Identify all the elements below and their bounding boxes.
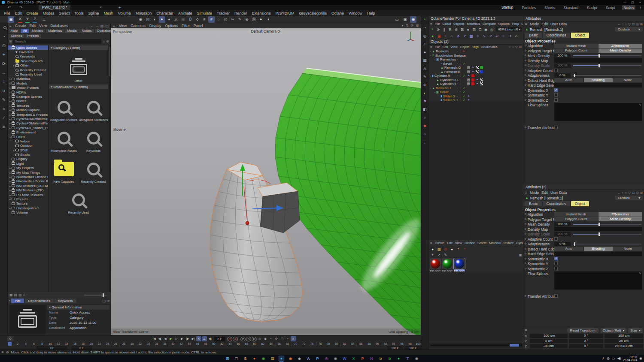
filter-tab-presets[interactable]: Presets — [25, 34, 41, 38]
dots-icon[interactable]: ⋮ — [421, 138, 428, 146]
explorer-icon[interactable]: ▤ — [270, 356, 276, 362]
attr-header-icon[interactable]: ⊞ — [640, 22, 643, 26]
object-item-boole[interactable]: ▪◧Boole▪:✓ — [428, 90, 523, 94]
tree-item-studio[interactable]: Studio — [8, 152, 48, 157]
axis-lock-z[interactable]: Z — [32, 16, 38, 23]
attr-header-icon[interactable]: ↑ — [622, 191, 624, 195]
camera-box-icon[interactable]: ⊡ — [477, 27, 483, 32]
sublime-icon[interactable]: S — [243, 356, 249, 362]
slider-track[interactable] — [573, 55, 641, 56]
load-material-icon[interactable]: ↗ — [436, 252, 442, 257]
viewport-menu-display[interactable]: Display — [149, 24, 161, 28]
object-item-remesh[interactable]: ▪▲Remesh▪:× — [428, 49, 523, 54]
viewport-menu-view[interactable]: View — [119, 24, 127, 28]
firefox-icon[interactable]: ● — [252, 356, 258, 362]
enabled-check-icon[interactable]: ✓ — [463, 86, 465, 90]
node-material-icon[interactable]: ▦ — [436, 247, 442, 252]
popout-icon[interactable]: ⊞ — [519, 45, 522, 49]
flag-tag-icon[interactable]: ⚑ — [471, 66, 474, 69]
menu-item-volume[interactable]: Volume — [115, 11, 133, 15]
select-tool-icon[interactable]: A — [421, 65, 428, 73]
layout-tab-particles[interactable]: Particles — [520, 5, 537, 10]
slider-handle[interactable] — [574, 242, 575, 246]
layout-menu-icon[interactable]: ⋮ — [638, 5, 642, 9]
rotation-field[interactable]: 0 ° — [569, 344, 603, 348]
tree-item-cycles4dmaterialpack-4k[interactable]: ▸Cycles4DMaterialPack-4K — [8, 121, 48, 126]
search-input[interactable]: Search — [13, 39, 102, 44]
menu-item-mesh[interactable]: Mesh — [101, 11, 115, 15]
panel-menu-icon[interactable]: ≡ — [9, 24, 12, 28]
attr-header-icon[interactable]: ▽ — [628, 191, 631, 195]
search-options-icon[interactable]: ⊞ — [9, 39, 12, 43]
target-icon[interactable]: ◎ — [421, 32, 428, 40]
attributes-title[interactable]: Attributes — [523, 16, 644, 21]
record-scale-icon[interactable]: S — [246, 337, 251, 341]
popout-icon[interactable]: ◫ — [105, 24, 109, 28]
tray-display-icon[interactable]: ▭ — [612, 356, 615, 360]
attr-header-icon[interactable]: ⊡ — [632, 22, 635, 26]
refresh-icon[interactable]: ⟳ — [436, 27, 441, 32]
tree-item-new-capsules[interactable]: New Capsules — [8, 59, 48, 63]
seg-option-instant-mesh[interactable]: Instant Mesh — [554, 212, 598, 217]
wave-icon[interactable]: ∿ — [481, 33, 487, 39]
lock-icon[interactable]: ⊠ — [459, 27, 465, 32]
layout-tab-shorts[interactable]: Shorts — [543, 5, 556, 10]
tree-item-nikomedias-octane-rig-pro[interactable]: ▸Nikomedias Octane Rig Pro — [8, 175, 48, 179]
home-icon[interactable]: ⌂ — [421, 130, 428, 138]
attr-header-icon[interactable]: ↑ — [622, 22, 624, 26]
close-button[interactable]: × — [636, 0, 644, 5]
slider-track[interactable] — [573, 224, 641, 225]
focus-picker-icon[interactable]: ◉ — [483, 27, 489, 32]
menu-item-tools[interactable]: Tools — [72, 11, 86, 15]
asset-menu-view[interactable]: View — [39, 24, 47, 28]
seg-option-zremesher[interactable]: ZRemesher — [598, 44, 642, 48]
attr-header-icon[interactable]: ← — [617, 191, 621, 195]
dots-grid2-icon[interactable]: ∴ — [513, 33, 519, 39]
spotify-icon[interactable]: ● — [396, 356, 402, 362]
tree-item-texture[interactable]: Texture — [8, 202, 48, 206]
asset-menu-edit[interactable]: Edit — [29, 24, 36, 28]
white-sphere-icon[interactable]: ● — [258, 16, 264, 23]
cube-tool-icon[interactable]: ▣ — [8, 16, 14, 23]
tree-item-templates-presets[interactable]: ▸Templates & Presets — [8, 112, 48, 117]
flag-tag-icon[interactable]: ⚑ — [471, 70, 474, 73]
menu-cloud[interactable]: Cloud — [442, 22, 451, 26]
forward-icon[interactable]: → — [95, 24, 99, 28]
tree-item-nikomedias-scene-rig-ultim[interactable]: ▸Nikomedias Scene Rig Ultim — [8, 179, 48, 184]
preset-dropdown[interactable]: Custom▾ — [615, 27, 643, 32]
seg-option-mesh-density[interactable]: Mesh Density — [598, 217, 642, 221]
after-effects-icon[interactable]: A — [306, 356, 312, 362]
info-tab-info[interactable]: Info — [11, 299, 24, 303]
attr-header-icon[interactable]: ○ — [625, 191, 627, 195]
tree-item-motion-capture[interactable]: ▸Motion Capture — [8, 108, 48, 112]
vp-reset-icon[interactable]: ⟳ — [411, 24, 414, 27]
filter-tab-auto[interactable]: Auto — [9, 29, 20, 33]
tree-item-watch-folders[interactable]: ▸Watch Folders — [8, 86, 48, 90]
magnet-icon[interactable]: # — [291, 336, 296, 341]
next-key-icon[interactable]: |▶ — [185, 336, 190, 341]
phong-tag-icon[interactable]: ◠ — [467, 82, 470, 85]
document-tab[interactable]: PWC_Tut.c4d * — [39, 5, 70, 10]
undo-icon[interactable]: ↶ — [5, 5, 13, 10]
attr-checkbox[interactable] — [554, 126, 558, 129]
gear-icon[interactable]: ⊛ — [453, 27, 459, 32]
taskbar-clock[interactable]: 18:3029.04.2024 — [623, 356, 637, 362]
status-menu-icon[interactable]: ≡ — [2, 350, 4, 354]
sphere-icon[interactable]: ● — [465, 27, 471, 32]
cinema4d-icon[interactable]: ● — [279, 356, 285, 362]
region-render-icon[interactable]: R — [448, 27, 453, 32]
quantize-icon[interactable]: # — [208, 16, 215, 23]
menu-view[interactable]: View — [455, 241, 462, 245]
menu-objects[interactable]: Objects — [453, 22, 464, 26]
mat-green-tag-icon[interactable] — [480, 66, 483, 69]
menu-item-render[interactable]: Render — [232, 11, 249, 15]
material-thumb-2[interactable]: PR GGX — [442, 258, 453, 273]
checker-tag-icon[interactable] — [476, 70, 479, 73]
next-frame-icon[interactable]: ▶ — [179, 336, 185, 341]
panel-menu-icon[interactable]: ≡ — [430, 22, 432, 26]
frame-field[interactable]: 0 F — [214, 337, 225, 341]
attributes-title-2[interactable]: Attributes (2) — [523, 184, 644, 190]
seg-option-polygon-count[interactable]: Polygon Count — [554, 48, 598, 53]
cloth-icon[interactable]: Y — [462, 33, 468, 39]
menu-edit[interactable]: Edit — [447, 241, 453, 245]
